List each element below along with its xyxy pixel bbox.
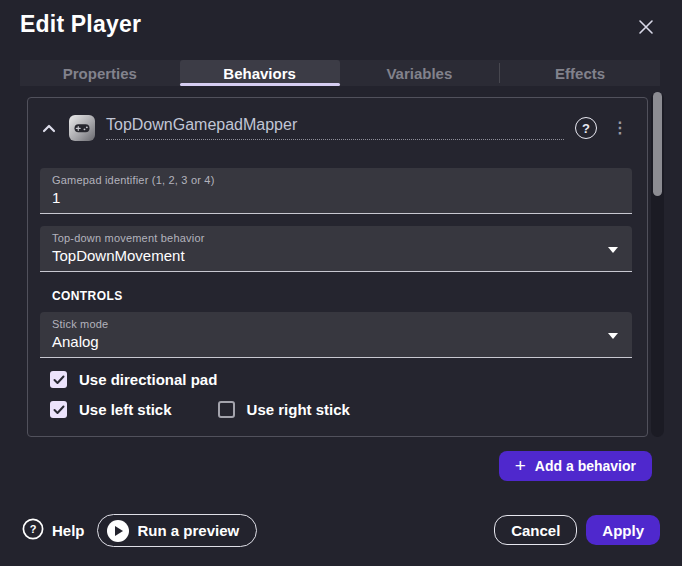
tab-effects-label: Effects [555,65,605,82]
behavior-help-button[interactable]: ? [575,117,597,139]
movement-behavior-select[interactable]: Top-down movement behavior TopDownMoveme… [40,226,632,272]
help-button[interactable]: ? Help [22,518,85,543]
gamepad-icon [69,115,95,141]
kebab-menu-icon: ⋮ [612,119,628,136]
checkmark-icon [53,401,65,419]
run-preview-label: Run a preview [138,522,240,539]
controls-section-label: CONTROLS [52,289,632,303]
checkbox-row: Use directional pad [50,371,632,388]
help-icon: ? [22,518,44,543]
cancel-label: Cancel [511,522,560,539]
stick-mode-label: Stick mode [52,318,620,330]
svg-text:?: ? [30,523,37,535]
movement-behavior-value: TopDownMovement [52,247,620,264]
behaviors-panel: TopDownGamepadMapper ? ⋮ Gamepad identif… [27,97,648,437]
tab-variables-label: Variables [386,65,452,82]
use-directional-pad-checkbox[interactable] [50,371,67,388]
use-left-stick-checkbox[interactable] [50,401,67,418]
checkmark-icon [53,371,65,389]
close-button[interactable] [634,16,658,40]
plus-icon: + [515,456,526,475]
gamepad-identifier-field[interactable]: Gamepad identifier (1, 2, 3 or 4) 1 [40,168,632,214]
use-right-stick-label[interactable]: Use right stick [247,401,350,418]
use-left-stick-label[interactable]: Use left stick [79,401,172,418]
close-icon [637,18,655,39]
play-icon [107,520,129,542]
apply-button[interactable]: Apply [586,515,660,545]
checkbox-row: Use left stick Use right stick [50,401,632,418]
use-right-stick-checkbox[interactable] [218,401,235,418]
tab-effects[interactable]: Effects [500,60,660,86]
add-behavior-button[interactable]: + Add a behavior [499,451,652,481]
tab-bar: Properties Behaviors Variables Effects [20,60,660,86]
run-preview-button[interactable]: Run a preview [97,514,258,547]
tab-behaviors[interactable]: Behaviors [180,60,340,86]
stick-mode-value: Analog [52,333,620,350]
add-behavior-label: Add a behavior [535,458,636,474]
page-title: Edit Player [20,11,141,38]
behavior-name-input[interactable]: TopDownGamepadMapper [106,116,564,140]
stick-mode-select[interactable]: Stick mode Analog [40,312,632,358]
behavior-header: TopDownGamepadMapper ? ⋮ [40,113,632,143]
chevron-up-icon [42,121,56,136]
help-label: Help [52,522,85,539]
tab-properties[interactable]: Properties [20,60,180,86]
chevron-down-icon [608,247,618,253]
gamepad-identifier-value[interactable]: 1 [52,189,620,206]
tab-variables[interactable]: Variables [340,60,500,86]
use-directional-pad-label[interactable]: Use directional pad [79,371,217,388]
question-mark-icon: ? [582,121,590,136]
tab-behaviors-label: Behaviors [223,65,296,82]
gamepad-identifier-label: Gamepad identifier (1, 2, 3 or 4) [52,174,620,186]
footer-right: Cancel Apply [494,515,660,545]
scrollbar-thumb[interactable] [653,92,662,196]
behavior-menu-button[interactable]: ⋮ [608,118,632,138]
chevron-down-icon [608,333,618,339]
footer-left: ? Help Run a preview [22,514,257,547]
movement-behavior-label: Top-down movement behavior [52,232,620,244]
apply-label: Apply [602,522,644,539]
tab-properties-label: Properties [63,65,137,82]
cancel-button[interactable]: Cancel [494,515,577,545]
edit-player-dialog: { "dialog": { "title": "Edit Player" }, … [0,0,682,566]
collapse-behavior-button[interactable] [40,119,58,138]
